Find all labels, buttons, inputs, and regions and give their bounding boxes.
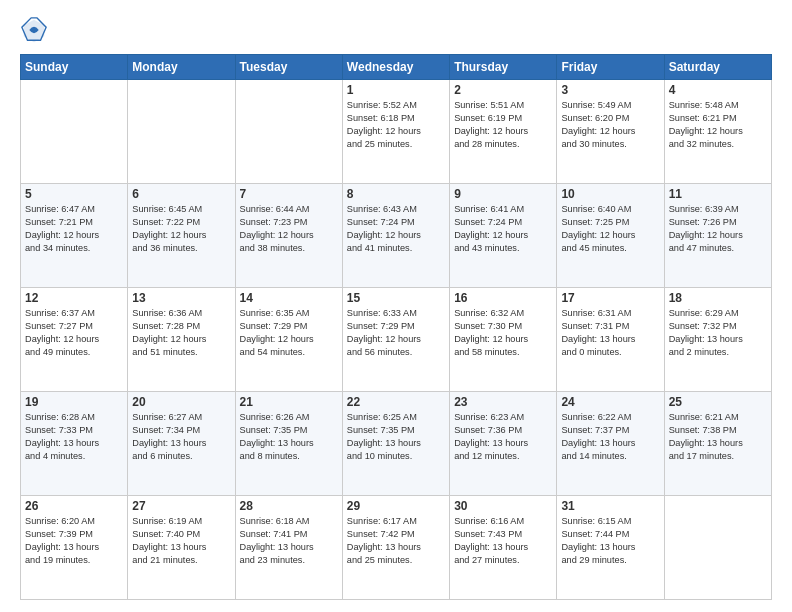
day-info: Sunrise: 6:18 AM Sunset: 7:41 PM Dayligh… (240, 515, 338, 567)
week-row-0: 1Sunrise: 5:52 AM Sunset: 6:18 PM Daylig… (21, 80, 772, 184)
day-info: Sunrise: 6:35 AM Sunset: 7:29 PM Dayligh… (240, 307, 338, 359)
week-row-1: 5Sunrise: 6:47 AM Sunset: 7:21 PM Daylig… (21, 184, 772, 288)
day-info: Sunrise: 6:41 AM Sunset: 7:24 PM Dayligh… (454, 203, 552, 255)
week-row-2: 12Sunrise: 6:37 AM Sunset: 7:27 PM Dayli… (21, 288, 772, 392)
day-number: 10 (561, 187, 659, 201)
day-info: Sunrise: 6:33 AM Sunset: 7:29 PM Dayligh… (347, 307, 445, 359)
day-number: 6 (132, 187, 230, 201)
day-number: 23 (454, 395, 552, 409)
calendar-cell: 31Sunrise: 6:15 AM Sunset: 7:44 PM Dayli… (557, 496, 664, 600)
day-number: 28 (240, 499, 338, 513)
calendar-cell: 4Sunrise: 5:48 AM Sunset: 6:21 PM Daylig… (664, 80, 771, 184)
logo (20, 16, 52, 44)
calendar-cell: 24Sunrise: 6:22 AM Sunset: 7:37 PM Dayli… (557, 392, 664, 496)
calendar-cell (128, 80, 235, 184)
logo-icon (20, 16, 48, 44)
weekday-header-friday: Friday (557, 55, 664, 80)
weekday-header-wednesday: Wednesday (342, 55, 449, 80)
day-number: 3 (561, 83, 659, 97)
day-info: Sunrise: 6:15 AM Sunset: 7:44 PM Dayligh… (561, 515, 659, 567)
day-number: 15 (347, 291, 445, 305)
calendar-cell: 7Sunrise: 6:44 AM Sunset: 7:23 PM Daylig… (235, 184, 342, 288)
calendar-cell: 11Sunrise: 6:39 AM Sunset: 7:26 PM Dayli… (664, 184, 771, 288)
day-number: 18 (669, 291, 767, 305)
weekday-header-row: SundayMondayTuesdayWednesdayThursdayFrid… (21, 55, 772, 80)
week-row-4: 26Sunrise: 6:20 AM Sunset: 7:39 PM Dayli… (21, 496, 772, 600)
weekday-header-sunday: Sunday (21, 55, 128, 80)
weekday-header-thursday: Thursday (450, 55, 557, 80)
day-info: Sunrise: 6:43 AM Sunset: 7:24 PM Dayligh… (347, 203, 445, 255)
calendar-cell: 27Sunrise: 6:19 AM Sunset: 7:40 PM Dayli… (128, 496, 235, 600)
calendar-cell: 22Sunrise: 6:25 AM Sunset: 7:35 PM Dayli… (342, 392, 449, 496)
calendar-cell: 25Sunrise: 6:21 AM Sunset: 7:38 PM Dayli… (664, 392, 771, 496)
day-info: Sunrise: 6:44 AM Sunset: 7:23 PM Dayligh… (240, 203, 338, 255)
calendar-cell: 16Sunrise: 6:32 AM Sunset: 7:30 PM Dayli… (450, 288, 557, 392)
calendar-table: SundayMondayTuesdayWednesdayThursdayFrid… (20, 54, 772, 600)
calendar-cell: 28Sunrise: 6:18 AM Sunset: 7:41 PM Dayli… (235, 496, 342, 600)
day-info: Sunrise: 5:48 AM Sunset: 6:21 PM Dayligh… (669, 99, 767, 151)
day-info: Sunrise: 6:37 AM Sunset: 7:27 PM Dayligh… (25, 307, 123, 359)
page: SundayMondayTuesdayWednesdayThursdayFrid… (0, 0, 792, 612)
calendar-cell: 3Sunrise: 5:49 AM Sunset: 6:20 PM Daylig… (557, 80, 664, 184)
day-number: 2 (454, 83, 552, 97)
calendar-cell: 10Sunrise: 6:40 AM Sunset: 7:25 PM Dayli… (557, 184, 664, 288)
day-number: 29 (347, 499, 445, 513)
day-info: Sunrise: 6:26 AM Sunset: 7:35 PM Dayligh… (240, 411, 338, 463)
calendar-cell (21, 80, 128, 184)
calendar-cell: 2Sunrise: 5:51 AM Sunset: 6:19 PM Daylig… (450, 80, 557, 184)
weekday-header-saturday: Saturday (664, 55, 771, 80)
day-info: Sunrise: 6:21 AM Sunset: 7:38 PM Dayligh… (669, 411, 767, 463)
day-number: 22 (347, 395, 445, 409)
calendar-cell: 20Sunrise: 6:27 AM Sunset: 7:34 PM Dayli… (128, 392, 235, 496)
day-number: 25 (669, 395, 767, 409)
day-info: Sunrise: 6:31 AM Sunset: 7:31 PM Dayligh… (561, 307, 659, 359)
day-info: Sunrise: 6:20 AM Sunset: 7:39 PM Dayligh… (25, 515, 123, 567)
day-number: 20 (132, 395, 230, 409)
day-info: Sunrise: 6:32 AM Sunset: 7:30 PM Dayligh… (454, 307, 552, 359)
day-number: 11 (669, 187, 767, 201)
day-info: Sunrise: 5:52 AM Sunset: 6:18 PM Dayligh… (347, 99, 445, 151)
day-number: 31 (561, 499, 659, 513)
calendar-cell: 13Sunrise: 6:36 AM Sunset: 7:28 PM Dayli… (128, 288, 235, 392)
day-number: 9 (454, 187, 552, 201)
calendar-cell: 29Sunrise: 6:17 AM Sunset: 7:42 PM Dayli… (342, 496, 449, 600)
day-info: Sunrise: 6:47 AM Sunset: 7:21 PM Dayligh… (25, 203, 123, 255)
calendar-cell: 5Sunrise: 6:47 AM Sunset: 7:21 PM Daylig… (21, 184, 128, 288)
calendar-cell: 8Sunrise: 6:43 AM Sunset: 7:24 PM Daylig… (342, 184, 449, 288)
calendar-cell: 17Sunrise: 6:31 AM Sunset: 7:31 PM Dayli… (557, 288, 664, 392)
day-info: Sunrise: 6:22 AM Sunset: 7:37 PM Dayligh… (561, 411, 659, 463)
day-number: 27 (132, 499, 230, 513)
day-number: 13 (132, 291, 230, 305)
day-number: 12 (25, 291, 123, 305)
day-info: Sunrise: 6:29 AM Sunset: 7:32 PM Dayligh… (669, 307, 767, 359)
day-number: 24 (561, 395, 659, 409)
calendar-cell: 18Sunrise: 6:29 AM Sunset: 7:32 PM Dayli… (664, 288, 771, 392)
calendar-cell: 9Sunrise: 6:41 AM Sunset: 7:24 PM Daylig… (450, 184, 557, 288)
day-info: Sunrise: 6:36 AM Sunset: 7:28 PM Dayligh… (132, 307, 230, 359)
calendar-cell (235, 80, 342, 184)
day-info: Sunrise: 5:51 AM Sunset: 6:19 PM Dayligh… (454, 99, 552, 151)
calendar-cell: 19Sunrise: 6:28 AM Sunset: 7:33 PM Dayli… (21, 392, 128, 496)
day-info: Sunrise: 6:23 AM Sunset: 7:36 PM Dayligh… (454, 411, 552, 463)
day-info: Sunrise: 5:49 AM Sunset: 6:20 PM Dayligh… (561, 99, 659, 151)
day-info: Sunrise: 6:27 AM Sunset: 7:34 PM Dayligh… (132, 411, 230, 463)
day-info: Sunrise: 6:25 AM Sunset: 7:35 PM Dayligh… (347, 411, 445, 463)
day-number: 1 (347, 83, 445, 97)
calendar-cell: 23Sunrise: 6:23 AM Sunset: 7:36 PM Dayli… (450, 392, 557, 496)
day-number: 5 (25, 187, 123, 201)
day-number: 21 (240, 395, 338, 409)
calendar-cell: 12Sunrise: 6:37 AM Sunset: 7:27 PM Dayli… (21, 288, 128, 392)
weekday-header-monday: Monday (128, 55, 235, 80)
day-info: Sunrise: 6:16 AM Sunset: 7:43 PM Dayligh… (454, 515, 552, 567)
calendar-cell: 6Sunrise: 6:45 AM Sunset: 7:22 PM Daylig… (128, 184, 235, 288)
day-number: 17 (561, 291, 659, 305)
calendar-cell: 26Sunrise: 6:20 AM Sunset: 7:39 PM Dayli… (21, 496, 128, 600)
week-row-3: 19Sunrise: 6:28 AM Sunset: 7:33 PM Dayli… (21, 392, 772, 496)
day-info: Sunrise: 6:17 AM Sunset: 7:42 PM Dayligh… (347, 515, 445, 567)
calendar-cell: 14Sunrise: 6:35 AM Sunset: 7:29 PM Dayli… (235, 288, 342, 392)
day-number: 19 (25, 395, 123, 409)
calendar-cell (664, 496, 771, 600)
day-number: 7 (240, 187, 338, 201)
weekday-header-tuesday: Tuesday (235, 55, 342, 80)
day-number: 30 (454, 499, 552, 513)
